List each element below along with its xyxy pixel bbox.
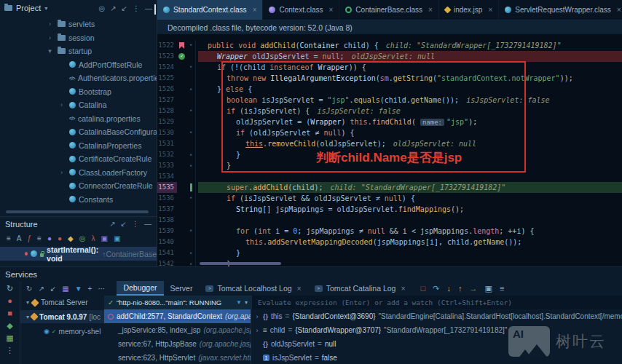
stack-frame-row[interactable]: _jspService:85, index_jsp (org.apache.js… — [104, 323, 251, 337]
editor-area[interactable]: StandardContext.class×Context.class×Cont… — [157, 0, 622, 266]
variable-row[interactable]: ›{}this = {StandardContext@3690} "Standa… — [251, 309, 622, 323]
deployment-node[interactable]: ◉ ✓ memory-shel — [20, 325, 104, 338]
sidebar-item-catalina-properties[interactable]: </>catalina.properties — [0, 112, 157, 126]
sidebar-item-catalina[interactable]: ›Catalina — [0, 98, 157, 112]
stack-frame-row[interactable]: service:623, HttpServlet (javax.servlet.… — [104, 351, 251, 364]
stack-frame-row[interactable]: addChild:2577, StandardContext (org.apac… — [104, 309, 251, 323]
chevron-down-icon[interactable]: ▾ — [44, 5, 47, 12]
thread-selector[interactable]: ✓ "http-nio-8080..."main": RUNNING ▼ ▾ — [104, 296, 251, 309]
panel-splitter[interactable] — [154, 4, 156, 15]
sidebar-item-certificatecreaterule[interactable]: CertificateCreateRule — [0, 152, 157, 166]
fold-indicator[interactable]: ▴ — [186, 149, 196, 160]
sidebar-item-classloaderfactory[interactable]: ›ClassLoaderFactory — [0, 166, 157, 180]
sidebar-item-startup[interactable]: ▾startup — [0, 44, 157, 58]
rerun-icon[interactable]: ↻ — [7, 283, 13, 293]
lock-filter-icon[interactable]: ● — [58, 234, 62, 242]
debug-icon[interactable]: ● — [7, 296, 12, 306]
close-icon[interactable]: × — [297, 284, 302, 293]
lambda-icon[interactable]: λ — [91, 234, 95, 242]
close-icon[interactable]: × — [253, 6, 257, 14]
chevron-right-icon[interactable]: › — [254, 313, 260, 320]
show-properties-icon[interactable]: ƒ — [28, 234, 32, 242]
sidebar-item-bootstrap[interactable]: Bootstrap — [0, 85, 157, 99]
filter-icon[interactable]: ▼ — [75, 285, 82, 293]
expand-all-icon[interactable]: ↗ — [109, 220, 115, 228]
chevron-right-icon[interactable]: › — [254, 327, 260, 334]
sidebar-item-session[interactable]: ›session — [0, 31, 157, 45]
editor-tab-index-jsp[interactable]: index.jsp× — [439, 0, 499, 20]
sidebar-item-catalinaproperties[interactable]: CatalinaProperties — [0, 139, 157, 153]
fold-indicator[interactable]: ▴ — [186, 258, 196, 266]
evaluate-expression-input[interactable] — [252, 298, 622, 306]
step-into-icon[interactable]: ↓ — [446, 284, 451, 293]
group-by-icon[interactable]: ▦ — [62, 285, 68, 293]
editor-tab-context-class[interactable]: Context.class× — [263, 0, 339, 20]
fold-indicator[interactable]: ▴ — [186, 248, 196, 258]
close-icon[interactable]: × — [428, 6, 433, 14]
connect-icon[interactable]: ◆ — [7, 320, 12, 331]
collapse-all-icon[interactable]: ↙ — [121, 220, 127, 228]
chevron-icon[interactable]: › — [57, 101, 66, 108]
add-service-icon[interactable]: + — [88, 285, 92, 293]
tag-icon[interactable]: ● — [47, 234, 52, 242]
close-icon[interactable]: × — [488, 6, 492, 14]
expand-all-icon[interactable]: ↗ — [38, 285, 44, 293]
fold-indicator[interactable]: ▾ — [186, 193, 196, 204]
fold-indicator[interactable]: ▾ — [186, 106, 196, 116]
diamond-icon[interactable]: ◆ — [68, 234, 74, 242]
sidebar-item-constants[interactable]: Constants — [0, 193, 157, 207]
collapse-all-icon[interactable]: ↙ — [122, 4, 127, 12]
editor-horizontal-scrollbar[interactable] — [200, 262, 281, 265]
layout-options-icon[interactable]: ≡ — [500, 284, 504, 293]
close-icon[interactable]: × — [329, 6, 334, 14]
breakpoint-verified-icon[interactable]: ✓ — [178, 53, 185, 60]
services-grid-icon[interactable]: ▦ — [6, 333, 13, 343]
fold-indicator[interactable]: ▾ — [186, 62, 196, 73]
more-icon[interactable]: ⋯ — [98, 285, 105, 293]
editor-tab-containerbase-class[interactable]: ContainerBase.class× — [339, 0, 439, 20]
run-to-cursor-icon[interactable]: → — [469, 284, 477, 293]
chevron-icon[interactable]: ▾ — [45, 47, 55, 55]
more-vertical-icon[interactable]: ⋮ — [6, 345, 14, 355]
code-editor[interactable]: 判断child.Name是否是jsp 1522▾public void addC… — [157, 34, 622, 266]
chevron-down-icon[interactable]: ▾ — [26, 299, 29, 306]
chevron-icon[interactable]: › — [57, 169, 66, 176]
chevron-down-icon[interactable]: ▾ — [245, 299, 248, 306]
fold-indicator[interactable]: ▾ — [186, 226, 196, 237]
hide-panel-icon[interactable]: — — [145, 4, 152, 12]
sidebar-item-authenticators-properties[interactable]: </>Authenticators.properties — [0, 71, 157, 85]
close-icon[interactable]: × — [617, 6, 621, 14]
chevron-down-icon[interactable]: ▾ — [26, 314, 29, 320]
editor-tab-standardcontext-class[interactable]: StandardContext.class× — [157, 0, 263, 20]
mute-breakpoints-icon[interactable]: □ — [421, 284, 426, 293]
stop-icon[interactable]: ■ — [7, 308, 12, 318]
hide-panel-icon[interactable]: — — [144, 220, 151, 228]
target-icon[interactable]: ◎ — [79, 234, 86, 242]
sort-icon[interactable]: ≡ — [7, 234, 11, 242]
stack-frame-row[interactable]: service:67, HttpJspBase (org.apache.jasp… — [104, 337, 251, 351]
fold-indicator[interactable]: ▴ — [186, 160, 196, 171]
filter-icon[interactable]: ▼ — [236, 299, 242, 306]
structure-selected-item[interactable]: startInternal(): void ↑ContainerBase — [0, 247, 157, 261]
tab-server[interactable]: Server — [164, 281, 200, 296]
show-fields-icon[interactable]: ≡ — [37, 234, 42, 242]
fold-indicator[interactable]: ▴ — [186, 84, 196, 95]
bookmark-icon[interactable] — [179, 42, 184, 49]
sort-alpha-icon[interactable]: A — [17, 234, 22, 242]
class-filter-icon[interactable]: ▣ — [114, 234, 120, 242]
sidebar-item-addportoffsetrule[interactable]: AddPortOffsetRule — [0, 58, 157, 72]
editor-tab-servletrequestwrapper-class[interactable]: ServletRequestWrapper.class× — [499, 0, 622, 20]
close-icon[interactable]: × — [401, 284, 405, 293]
expand-all-icon[interactable]: ↗ — [110, 4, 116, 12]
locate-icon[interactable]: ◎ — [98, 4, 105, 12]
method-filter-icon[interactable]: ▣ — [101, 234, 107, 242]
sidebar-item-connectorcreaterule[interactable]: ConnectorCreateRule — [0, 179, 157, 193]
step-out-icon[interactable]: ↑ — [458, 284, 462, 293]
tomcat-instance-node[interactable]: ▾ Tomcat 9.0.97 [loc — [20, 310, 104, 323]
project-horizontal-scrollbar[interactable] — [6, 210, 149, 213]
fold-indicator[interactable]: ▾ — [186, 40, 196, 51]
sidebar-item-servlets[interactable]: ›servlets — [0, 17, 157, 31]
console-icon[interactable]: ▣ — [484, 284, 492, 293]
tomcat-server-node[interactable]: ▾ Tomcat Server — [20, 296, 104, 309]
step-over-icon[interactable]: ↷ — [433, 284, 439, 293]
